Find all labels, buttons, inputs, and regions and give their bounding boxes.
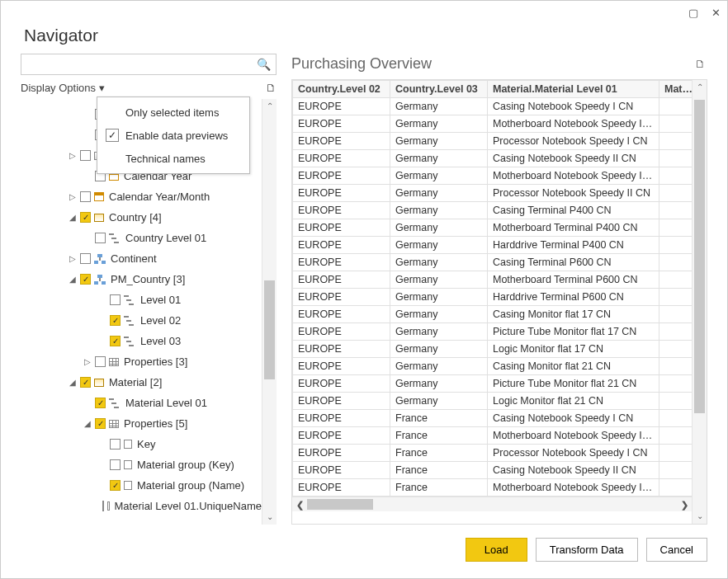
table-row[interactable]: EUROPEGermanyCasing Notebook Speedy II C… (293, 150, 693, 167)
scroll-thumb[interactable] (264, 280, 275, 379)
table-row[interactable]: EUROPEGermanyLogic Monitor flat 17 CN (293, 341, 693, 358)
checkbox[interactable] (95, 356, 106, 367)
tree-node[interactable]: Country Level 01 (21, 228, 262, 248)
table-row[interactable]: EUROPEFranceProcessor Notebook Speedy I … (293, 445, 693, 462)
tree-node[interactable]: Material group (Name) (21, 475, 262, 496)
checkbox[interactable] (95, 398, 106, 408)
checkbox[interactable] (80, 274, 91, 285)
table-row[interactable]: EUROPEGermanyProcessor Notebook Speedy I… (293, 185, 693, 202)
tree-node[interactable]: Level 01 (21, 290, 262, 310)
table-row[interactable]: EUROPEGermanyPicture Tube Monitor flat 1… (293, 323, 693, 341)
scroll-up-icon[interactable]: ⌃ (693, 80, 707, 95)
load-button[interactable]: Load (466, 538, 527, 562)
checkbox[interactable] (95, 418, 106, 429)
maximize-icon[interactable]: ▢ (688, 7, 698, 19)
search-input[interactable] (26, 58, 257, 72)
tree-node[interactable]: Level 03 (21, 331, 262, 351)
table-row[interactable]: EUROPEGermanyPicture Tube Monitor flat 2… (293, 375, 693, 393)
table-cell: EUROPE (293, 167, 390, 185)
column-header[interactable]: Country.Level 03 (390, 81, 488, 98)
table-row[interactable]: EUROPEFranceMotherboard Notebook Speedy … (293, 479, 693, 497)
scroll-down-icon[interactable]: ⌄ (693, 509, 707, 524)
column-header[interactable]: Country.Level 02 (293, 81, 390, 98)
transform-data-button[interactable]: Transform Data (536, 538, 638, 562)
tree-node[interactable]: ▷Continent (21, 248, 262, 269)
table-row[interactable]: EUROPEFranceMotherboard Notebook Speedy … (293, 427, 693, 445)
checkbox[interactable] (110, 459, 121, 470)
table-row[interactable]: EUROPEGermanyCasing Monitor flat 21 CN (293, 358, 693, 375)
tree-node[interactable]: Level 02 (21, 310, 262, 331)
table-row[interactable]: EUROPEFranceCasing Notebook Speedy I CN (293, 410, 693, 427)
table-row[interactable]: EUROPEGermanyHarddrive Terminal P600 CN (293, 289, 693, 306)
tree-node[interactable]: ◢PM_Country [3] (21, 269, 262, 290)
close-icon[interactable]: ✕ (711, 7, 721, 19)
add-page-icon[interactable]: 🗋 (695, 58, 706, 70)
checkbox[interactable] (102, 501, 105, 511)
search-icon[interactable]: 🔍 (257, 58, 271, 71)
menu-enable-previews[interactable]: ✓ Enable data previews (97, 124, 249, 147)
tree-node[interactable]: ◢Country [4] (21, 207, 262, 228)
expander-icon[interactable]: ◢ (69, 378, 77, 387)
checkbox[interactable] (80, 253, 91, 264)
checkbox[interactable] (110, 336, 121, 346)
tree-node[interactable]: ◢Properties [5] (21, 413, 262, 434)
expander-icon[interactable]: ▷ (69, 151, 77, 160)
grid-hscrollbar[interactable]: ❮ ❯ (292, 497, 692, 511)
tree-node[interactable]: Material group (Key) (21, 454, 262, 475)
table-row[interactable]: EUROPEFranceCasing Notebook Speedy II CN (293, 462, 693, 479)
tree-node-label: Properties [3] (124, 355, 187, 368)
expander-icon[interactable]: ◢ (83, 419, 92, 428)
table-row[interactable]: EUROPEGermanyCasing Terminal P600 CN (293, 254, 693, 271)
display-options-dropdown[interactable]: Display Options ▾ (21, 82, 105, 94)
menu-technical-names[interactable]: ✓ Technical names (97, 147, 249, 170)
checkbox[interactable] (110, 294, 121, 305)
expander-icon[interactable]: ◢ (69, 275, 77, 284)
checkbox[interactable] (80, 212, 91, 223)
tree-scrollbar[interactable]: ⌃ ⌄ (262, 99, 277, 525)
tree-node[interactable]: Key (21, 434, 262, 454)
checkbox[interactable] (110, 480, 121, 491)
column-header[interactable]: Material.Material Level 01 (488, 81, 659, 98)
cancel-button[interactable]: Cancel (646, 538, 707, 562)
tree-node[interactable]: Material Level 01.UniqueName (21, 496, 262, 516)
table-cell: Logic Monitor flat 21 CN (488, 393, 659, 410)
checkbox[interactable] (110, 315, 121, 326)
checkbox[interactable] (80, 377, 91, 388)
table-cell (659, 98, 693, 115)
tree-node[interactable]: Material Level 01 (21, 393, 262, 413)
expander-icon[interactable]: ◢ (69, 213, 77, 222)
refresh-icon[interactable]: 🗋 (266, 82, 277, 94)
scroll-left-icon[interactable]: ❮ (292, 497, 307, 511)
tree-node[interactable]: ◢Material [2] (21, 372, 262, 393)
scroll-up-icon[interactable]: ⌃ (262, 99, 277, 114)
table-row[interactable]: EUROPEGermanyMotherboard Terminal P600 C… (293, 271, 693, 289)
scroll-thumb[interactable] (694, 100, 705, 413)
checkbox[interactable] (110, 439, 121, 450)
table-cell: EUROPE (293, 462, 390, 479)
table-row[interactable]: EUROPEGermanyCasing Notebook Speedy I CN (293, 98, 693, 115)
tree-node[interactable]: ▷Calendar Year/Month (21, 186, 262, 207)
table-row[interactable]: EUROPEGermanyHarddrive Terminal P400 CN (293, 237, 693, 254)
table-row[interactable]: EUROPEGermanyProcessor Notebook Speedy I… (293, 133, 693, 150)
scroll-thumb[interactable] (307, 499, 373, 510)
table-row[interactable]: EUROPEGermanyMotherboard Notebook Speedy… (293, 115, 693, 133)
table-row[interactable]: EUROPEGermanyMotherboard Notebook Speedy… (293, 167, 693, 185)
table-row[interactable]: EUROPEGermanyCasing Terminal P400 CN (293, 202, 693, 219)
checkbox[interactable] (95, 233, 106, 243)
tree-node[interactable]: ▷Properties [3] (21, 351, 262, 372)
table-row[interactable]: EUROPEGermanyMotherboard Terminal P400 C… (293, 219, 693, 237)
checkbox[interactable] (80, 150, 91, 161)
scroll-right-icon[interactable]: ❯ (677, 497, 692, 511)
expander-icon[interactable]: ▷ (69, 192, 77, 201)
table-cell: EUROPE (293, 150, 390, 167)
checkbox[interactable] (80, 191, 91, 202)
expander-icon[interactable]: ▷ (69, 254, 77, 263)
search-box[interactable]: 🔍 (21, 54, 277, 75)
scroll-down-icon[interactable]: ⌄ (262, 510, 277, 525)
expander-icon[interactable]: ▷ (83, 357, 92, 366)
grid-vscrollbar[interactable]: ⌃ ⌄ (692, 80, 707, 524)
column-header[interactable]: Material (659, 81, 693, 98)
table-row[interactable]: EUROPEGermanyCasing Monitor flat 17 CN (293, 306, 693, 323)
menu-only-selected[interactable]: ✓ Only selected items (97, 101, 249, 124)
table-row[interactable]: EUROPEGermanyLogic Monitor flat 21 CN (293, 393, 693, 410)
